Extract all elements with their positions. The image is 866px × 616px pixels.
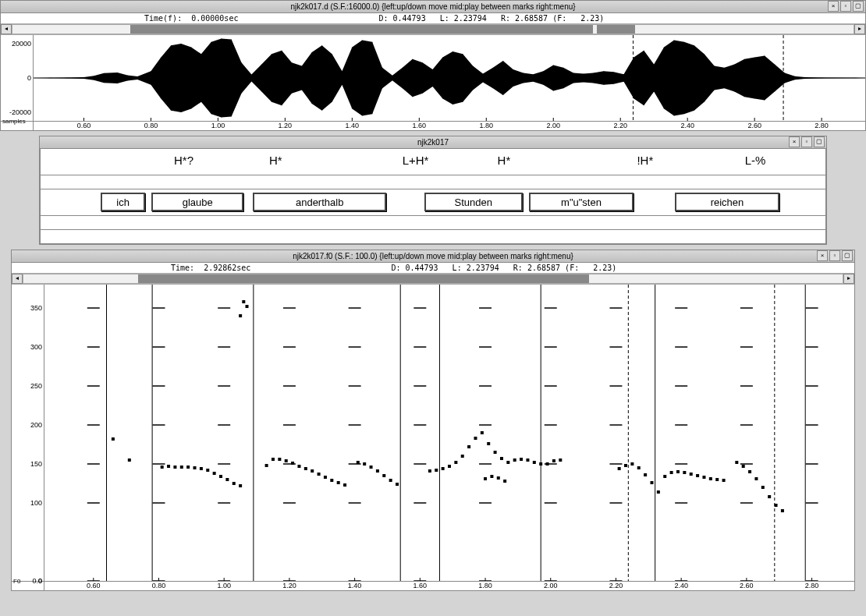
word-segment[interactable]: ich xyxy=(101,193,145,211)
maximize-icon[interactable]: ▢ xyxy=(853,1,864,12)
svg-rect-518 xyxy=(180,466,183,469)
tone-label[interactable]: H* xyxy=(498,154,511,167)
empty-tier-3[interactable] xyxy=(40,230,826,244)
empty-tier-1[interactable] xyxy=(40,175,826,189)
scroll-thumb[interactable] xyxy=(130,25,593,34)
scroll-thumb[interactable] xyxy=(138,274,589,283)
close-icon[interactable]: × xyxy=(817,250,828,261)
x-tick: 2.00 xyxy=(546,122,560,129)
tone-label[interactable]: L+H* xyxy=(403,154,429,167)
word-segment[interactable]: anderthalb xyxy=(253,193,386,211)
x-tick: 1.60 xyxy=(413,582,428,589)
scroll-track[interactable] xyxy=(23,274,843,284)
minimize-icon[interactable]: ▫ xyxy=(801,136,812,147)
svg-rect-570 xyxy=(526,458,529,462)
scroll-right-icon[interactable]: ▸ xyxy=(854,24,865,34)
svg-rect-553 xyxy=(442,467,445,470)
svg-rect-573 xyxy=(546,462,549,466)
svg-rect-568 xyxy=(513,458,516,462)
word-segment[interactable]: reichen xyxy=(675,193,779,211)
f0-plot-area[interactable]: 35030025020015010000.0 xyxy=(12,285,854,581)
y-tick: 0 xyxy=(27,74,31,82)
x-tick: 2.20 xyxy=(609,582,623,589)
svg-rect-554 xyxy=(448,465,451,468)
y-tick: 250 xyxy=(30,382,42,390)
scroll-left-icon[interactable]: ◂ xyxy=(12,274,23,284)
y-tick: 100 xyxy=(30,499,42,507)
f-label: (F: xyxy=(552,14,566,23)
f0-x-ticks: 0.600.801.001.201.401.601.802.002.202.40… xyxy=(44,582,854,590)
f0-scrollbar[interactable]: ◂ ▸ xyxy=(12,274,854,285)
svg-rect-514 xyxy=(128,458,131,462)
close-icon[interactable]: × xyxy=(789,136,800,147)
svg-rect-534 xyxy=(285,459,288,462)
annotation-titlebar[interactable]: njk2k017 × ▫ ▢ xyxy=(40,136,826,149)
waveform-plot[interactable] xyxy=(34,35,865,121)
scroll-left-icon[interactable]: ◂ xyxy=(1,24,12,34)
tone-label[interactable]: H*? xyxy=(174,154,193,167)
svg-rect-537 xyxy=(304,467,307,470)
x-tick: 1.80 xyxy=(478,582,492,589)
svg-rect-572 xyxy=(539,462,542,466)
x-tick: 0.80 xyxy=(144,122,158,129)
svg-rect-567 xyxy=(506,461,509,464)
svg-rect-559 xyxy=(481,431,484,434)
svg-rect-551 xyxy=(428,469,431,473)
l-label: L: xyxy=(440,14,449,23)
svg-rect-561 xyxy=(494,451,497,454)
tone-label[interactable]: H* xyxy=(269,154,282,167)
word-tier[interactable]: ichglaubeanderthalbStundenm"u"stenreiche… xyxy=(40,189,826,216)
svg-rect-530 xyxy=(246,305,249,308)
minimize-icon[interactable]: ▫ xyxy=(840,1,851,12)
l-label: L: xyxy=(453,264,462,272)
minimize-icon[interactable]: ▫ xyxy=(829,250,840,261)
r-value: 2.68587 xyxy=(527,264,560,272)
svg-rect-517 xyxy=(173,466,176,469)
word-segment[interactable]: m"u"sten xyxy=(529,193,634,211)
svg-rect-544 xyxy=(357,461,360,464)
y-tick: 350 xyxy=(30,304,42,312)
annotation-win-controls: × ▫ ▢ xyxy=(789,136,825,147)
close-icon[interactable]: × xyxy=(828,1,839,12)
x-tick: 2.40 xyxy=(680,122,694,129)
tone-label[interactable]: !H* xyxy=(637,154,653,167)
tone-label[interactable]: L-% xyxy=(745,154,766,167)
svg-rect-556 xyxy=(461,455,464,458)
x-tick: 2.20 xyxy=(613,122,627,129)
f0-titlebar[interactable]: njk2k017.f0 (S.F.: 100.0) {left:up/down … xyxy=(12,250,854,263)
svg-rect-579 xyxy=(637,466,641,469)
scroll-thumb-secondary[interactable] xyxy=(597,25,635,34)
empty-tier-2[interactable] xyxy=(40,216,826,230)
y-tick: -20000 xyxy=(9,108,31,116)
waveform-win-controls: × ▫ ▢ xyxy=(828,1,864,12)
waveform-plot-area[interactable]: 200000-20000 xyxy=(1,35,865,121)
maximize-icon[interactable]: ▢ xyxy=(814,136,825,147)
word-segment[interactable]: glaube xyxy=(151,193,243,211)
waveform-x-ticks: 0.600.801.001.201.401.601.802.002.202.40… xyxy=(34,122,865,130)
svg-rect-571 xyxy=(533,461,536,464)
time-value: 2.92862sec xyxy=(204,264,250,272)
f0-plot[interactable] xyxy=(44,285,854,581)
scroll-track[interactable] xyxy=(12,24,854,34)
tone-tier[interactable]: H*?H*L+H*H*!H*L-% xyxy=(40,149,826,175)
svg-rect-562 xyxy=(500,457,503,460)
waveform-scrollbar[interactable]: ◂ ▸ xyxy=(1,24,865,35)
svg-rect-546 xyxy=(370,466,373,469)
waveform-titlebar[interactable]: njk2k017.d (S.F.:16000.0) {left:up/down … xyxy=(1,1,865,13)
maximize-icon[interactable]: ▢ xyxy=(842,250,853,261)
l-value: 2.23794 xyxy=(467,264,499,272)
f0-win-controls: × ▫ ▢ xyxy=(817,250,853,261)
f-value: 2.23) xyxy=(580,14,604,23)
scroll-right-icon[interactable]: ▸ xyxy=(843,274,854,284)
svg-rect-523 xyxy=(213,472,216,475)
r-value: 2.68587 xyxy=(515,14,548,23)
svg-rect-547 xyxy=(376,469,379,473)
f0-title: njk2k017.f0 (S.F.: 100.0) {left:up/down … xyxy=(293,252,573,260)
svg-rect-576 xyxy=(618,467,621,470)
svg-rect-599 xyxy=(775,504,778,507)
svg-rect-542 xyxy=(337,481,340,484)
waveform-x-axis: samples 0.600.801.001.201.401.601.802.00… xyxy=(1,121,865,130)
svg-rect-581 xyxy=(651,481,654,484)
word-segment[interactable]: Stunden xyxy=(424,193,523,211)
x-tick: 1.00 xyxy=(217,582,231,589)
